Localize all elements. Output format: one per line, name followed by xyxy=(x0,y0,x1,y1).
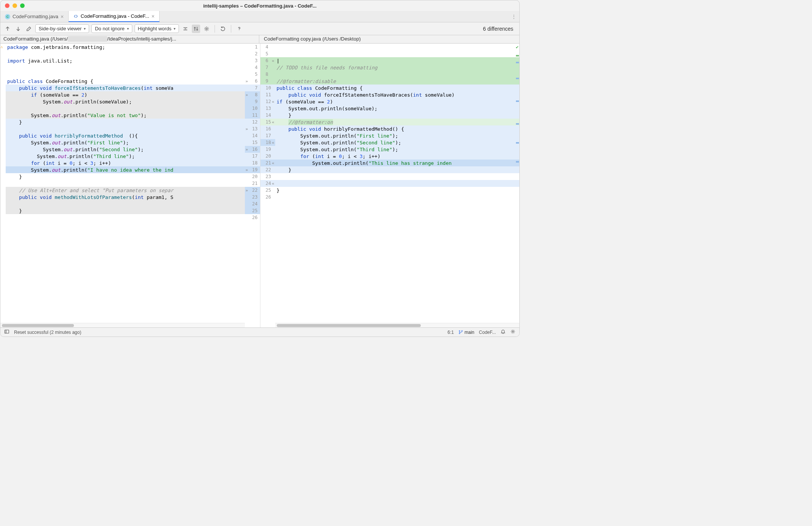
status-trail[interactable]: CodeF... xyxy=(479,330,496,335)
line-number: »6 xyxy=(245,78,260,85)
chevron-down-icon: ▾ xyxy=(174,27,176,31)
left-marker-gutter xyxy=(0,44,6,323)
code-line[interactable]: System.out.println("First line"); xyxy=(275,132,520,139)
code-line[interactable]: System.out.println("Second line"); xyxy=(275,139,520,146)
line-number: 24 xyxy=(245,200,260,207)
line-number: »22 xyxy=(245,187,260,194)
code-line[interactable] xyxy=(6,200,245,207)
code-line[interactable] xyxy=(275,44,520,50)
code-line[interactable]: public void methodWithLotsOfParameters(i… xyxy=(6,194,245,200)
code-line[interactable]: // Use Alt+Enter and select "Put paramet… xyxy=(6,187,245,194)
code-line[interactable]: System.out.println("I have no idea where… xyxy=(6,166,245,173)
code-line[interactable]: public void horriblyFormattedMethod() { xyxy=(275,125,520,132)
settings-icon[interactable] xyxy=(202,25,211,33)
code-line[interactable] xyxy=(275,180,520,187)
code-line[interactable]: public class CodeFormatting { xyxy=(6,78,245,85)
titlebar: intellij-samples – CodeFormatting.java -… xyxy=(0,0,519,11)
code-line[interactable]: } xyxy=(275,166,520,173)
viewer-mode-dropdown[interactable]: Side-by-side viewer ▾ xyxy=(35,24,89,33)
code-line[interactable]: | xyxy=(275,57,520,64)
left-horizontal-scrollbar[interactable] xyxy=(0,323,245,327)
code-line[interactable]: System.out.println("Third line"); xyxy=(6,153,245,160)
maximize-window-button[interactable] xyxy=(20,3,25,8)
minimize-window-button[interactable] xyxy=(13,3,17,8)
code-line[interactable]: public void forceIfStatementsToHaveBrace… xyxy=(275,91,520,98)
code-line[interactable]: for (int i = 0; i < 3; i++) xyxy=(275,153,520,160)
code-line[interactable]: public class CodeFormatting { xyxy=(275,85,520,91)
code-line[interactable]: } xyxy=(6,119,245,125)
tool-window-icon[interactable] xyxy=(4,329,9,335)
code-line[interactable]: // TODO this file needs formatting xyxy=(275,64,520,71)
refresh-icon[interactable] xyxy=(219,25,227,33)
diff-count-label: 6 differences xyxy=(483,26,516,32)
status-message: Reset successful (2 minutes ago) xyxy=(14,330,81,335)
code-line[interactable]: import java.util.List; xyxy=(6,57,245,64)
ide-settings-icon[interactable] xyxy=(510,329,516,335)
code-line[interactable]: System.out.println("Second line"); xyxy=(6,146,245,153)
notifications-icon[interactable] xyxy=(500,329,506,335)
code-line[interactable] xyxy=(6,180,245,187)
left-code-editor[interactable]: package com.jetbrains.formatting;import … xyxy=(6,44,245,323)
left-line-numbers: 12345»67»89101112»131415»161718»192021»2… xyxy=(245,44,260,327)
right-error-stripe[interactable] xyxy=(516,44,519,323)
line-number: 25 xyxy=(245,207,260,214)
edit-icon[interactable] xyxy=(25,25,33,33)
close-icon[interactable]: × xyxy=(61,14,64,20)
line-number: 4 xyxy=(260,44,275,50)
code-line[interactable]: System.out.println(someValue); xyxy=(6,98,245,105)
warning-icon: ⚠ xyxy=(0,44,3,49)
code-line[interactable]: System.out.println(someValue); xyxy=(275,105,520,112)
close-window-button[interactable] xyxy=(5,3,9,8)
code-line[interactable]: System.out.println("This line has strang… xyxy=(275,160,520,166)
prev-diff-button[interactable] xyxy=(3,25,12,33)
code-line[interactable] xyxy=(275,194,520,200)
highlight-mode-dropdown[interactable]: Highlight words ▾ xyxy=(135,24,179,33)
line-number: 25 xyxy=(260,187,275,194)
line-number: 6« xyxy=(260,57,275,64)
right-horizontal-scrollbar[interactable] xyxy=(275,323,520,327)
code-line[interactable] xyxy=(6,125,245,132)
line-number: 7 xyxy=(260,64,275,71)
code-line[interactable]: for (int i = 0; i < 3; i++) xyxy=(6,160,245,166)
cursor-position[interactable]: 6:1 xyxy=(448,330,454,335)
code-line[interactable]: if (someValue == 2) xyxy=(275,98,520,105)
code-line[interactable] xyxy=(275,173,520,180)
code-line[interactable] xyxy=(275,71,520,78)
code-line[interactable]: if (someValue == 2) xyxy=(6,91,245,98)
code-line[interactable]: //@formatter:disable xyxy=(275,78,520,85)
sync-scroll-icon[interactable] xyxy=(192,25,200,33)
line-number: 21« xyxy=(260,160,275,166)
collapse-unchanged-icon[interactable] xyxy=(181,25,190,33)
code-line[interactable] xyxy=(6,105,245,112)
code-line[interactable]: System.out.println("Value is not two"); xyxy=(6,112,245,119)
file-path-bar: CodeFormatting.java (/Users/xxxxxxxxxxxx… xyxy=(0,35,519,44)
code-line[interactable] xyxy=(6,71,245,78)
code-line[interactable]: //@formatter:on xyxy=(275,119,520,125)
code-line[interactable] xyxy=(6,50,245,57)
code-line[interactable]: System.out.println("Third line"); xyxy=(275,146,520,153)
line-number: 20 xyxy=(260,153,275,160)
next-diff-button[interactable] xyxy=(14,25,22,33)
code-line[interactable]: } xyxy=(275,112,520,119)
ignore-mode-dropdown[interactable]: Do not ignore ▾ xyxy=(91,24,132,33)
right-code-editor[interactable]: |// TODO this file needs formatting//@fo… xyxy=(275,44,520,323)
code-line[interactable]: System.out.println("First line"); xyxy=(6,139,245,146)
tab-codeformatting[interactable]: C CodeFormatting.java × xyxy=(0,11,69,22)
line-number: 11 xyxy=(245,112,260,119)
tabs-more-icon[interactable]: ⋮ xyxy=(508,11,519,22)
code-line[interactable]: } xyxy=(6,173,245,180)
code-line[interactable]: public void horriblyFormattedMethod (){ xyxy=(6,132,245,139)
code-line[interactable]: public void forceIfStatementsToHaveBrace… xyxy=(6,85,245,91)
code-line[interactable] xyxy=(275,50,520,57)
git-branch-widget[interactable]: main xyxy=(458,330,474,335)
close-icon[interactable]: × xyxy=(152,13,155,19)
line-number: »8 xyxy=(245,91,260,98)
code-line[interactable]: package com.jetbrains.formatting; xyxy=(6,44,245,50)
code-line[interactable] xyxy=(6,64,245,71)
help-icon[interactable] xyxy=(235,25,243,33)
code-line[interactable] xyxy=(6,214,245,221)
tab-diff[interactable]: CodeFormatting.java - CodeF... × xyxy=(69,11,160,22)
code-line[interactable]: } xyxy=(275,187,520,194)
dropdown-label: Highlight words xyxy=(138,26,172,31)
code-line[interactable]: } xyxy=(6,207,245,214)
